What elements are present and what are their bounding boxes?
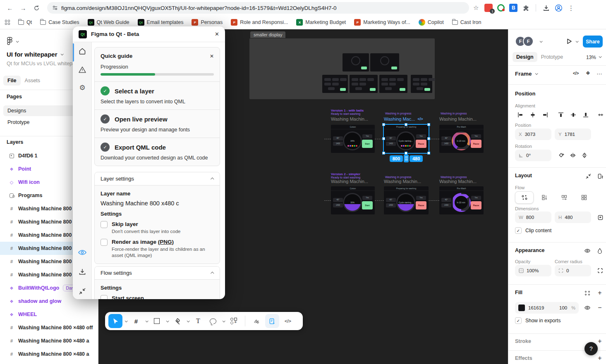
flip-horizontal-icon[interactable] xyxy=(568,150,578,161)
start-screen-checkbox[interactable] xyxy=(101,295,108,299)
dev-mode-toggle[interactable] xyxy=(265,314,279,328)
selection-handle[interactable] xyxy=(427,123,430,126)
selection-handle[interactable] xyxy=(427,152,430,155)
zoom-level[interactable]: 13% xyxy=(586,55,596,60)
selection-handle[interactable] xyxy=(427,137,430,140)
bookmark-personas[interactable]: PPersonas xyxy=(192,19,223,26)
frame-tool-chevron-icon[interactable] xyxy=(144,314,149,328)
bookmark-marketing-budget[interactable]: XMarketing Budget xyxy=(296,19,346,26)
present-icon[interactable] xyxy=(565,38,573,45)
avatar[interactable]: F xyxy=(523,36,534,47)
text-tool[interactable]: T xyxy=(191,314,205,328)
browser-menu-icon[interactable]: ⋮ xyxy=(567,4,575,12)
show-in-exports-row[interactable]: ✓ Show in exports xyxy=(515,317,560,324)
action-button[interactable]: Pause xyxy=(471,140,481,148)
frame-title[interactable]: Washing Machin... xyxy=(331,179,368,184)
selection-handle[interactable] xyxy=(382,137,385,140)
fill-color-row[interactable]: 161619 100 % xyxy=(515,302,579,314)
corner-radius-input[interactable]: 0 xyxy=(555,265,591,276)
flow-grid-button[interactable] xyxy=(575,191,593,204)
collapse-icon[interactable] xyxy=(73,288,92,295)
align-center-vertical-icon[interactable] xyxy=(568,109,579,120)
bookmark-star-icon[interactable]: ☆ xyxy=(473,4,479,12)
layer-item-washing-machine-800-480-off[interactable]: #Washing Machine 800 ×480 off xyxy=(0,321,98,334)
height-input[interactable]: H480 xyxy=(555,212,591,223)
action-button[interactable]: Pause xyxy=(416,140,426,148)
rotate-icon[interactable] xyxy=(556,150,567,161)
action-button[interactable]: Start xyxy=(362,201,373,209)
clip-content-checkbox[interactable]: ✓ xyxy=(515,227,522,234)
frame-tool[interactable]: # xyxy=(129,314,143,328)
actions-tool[interactable] xyxy=(227,314,241,328)
action-button[interactable]: Start xyxy=(362,140,373,148)
render-as-image-checkbox[interactable] xyxy=(101,239,108,246)
flow-horizontal-button[interactable] xyxy=(555,191,573,204)
profile-icon[interactable] xyxy=(554,4,563,12)
dev-code-icon[interactable]: </> xyxy=(573,71,579,76)
extension-red-icon[interactable]: 1 xyxy=(484,4,493,12)
skip-layer-checkbox[interactable] xyxy=(101,221,108,228)
selection-handle[interactable] xyxy=(405,152,407,155)
flip-vertical-icon[interactable] xyxy=(579,150,590,161)
selection-handle[interactable] xyxy=(405,123,407,126)
component-icon[interactable]: ❖ xyxy=(586,70,590,76)
share-button[interactable]: Share xyxy=(583,36,603,48)
rotation-input[interactable]: 0° xyxy=(515,150,551,161)
bookmark-marketing-ways-of[interactable]: PMarketing Ways of... xyxy=(354,19,410,26)
add-fill-icon[interactable]: + xyxy=(594,288,605,298)
frame-title[interactable]: Washing Machin... xyxy=(384,179,421,184)
opacity-input[interactable]: 100% xyxy=(515,265,551,276)
dialog-close-icon[interactable]: ✕ xyxy=(215,31,219,37)
more-options-icon[interactable]: … xyxy=(596,69,602,76)
section-label[interactable]: smaller display xyxy=(250,31,285,38)
add-effect-icon[interactable]: + xyxy=(594,353,605,364)
layer-item-group-20[interactable]: Group 20 xyxy=(0,361,98,364)
layer-item-wheel[interactable]: ❖WHEEL xyxy=(0,308,98,321)
png-link[interactable]: (PNG) xyxy=(158,239,174,245)
gear-icon[interactable]: ⚙ xyxy=(73,83,92,92)
flow-freeform-button[interactable] xyxy=(515,191,534,204)
live-preview-eye-icon[interactable] xyxy=(73,248,92,257)
bookmark-copilot[interactable]: Copilot xyxy=(419,19,444,26)
action-button[interactable]: Pause xyxy=(416,201,426,209)
extension-green-icon[interactable] xyxy=(497,4,505,12)
frame-title[interactable]: Washing Machin... xyxy=(439,117,477,121)
frame-type-chevron-icon[interactable] xyxy=(535,72,538,75)
canvas-frame[interactable]: Pre-Wash40°1400In 20 minYesPause xyxy=(439,186,484,214)
extensions-puzzle-icon[interactable] xyxy=(522,4,530,12)
visibility-eye-icon[interactable] xyxy=(582,245,593,256)
back-button[interactable]: ← xyxy=(4,2,16,14)
rectangle-tool[interactable] xyxy=(150,314,164,328)
canvas-frame[interactable]: Pre-Wash40°1400In 20 minYesPause xyxy=(439,125,484,153)
x-position-input[interactable]: X3073 xyxy=(515,128,551,140)
bookmark-qt-web-guide[interactable]: QtQt Web Guide xyxy=(88,19,129,26)
home-icon[interactable] xyxy=(73,47,92,55)
move-tool[interactable] xyxy=(108,314,122,328)
flow-settings-header[interactable]: Flow settings xyxy=(95,266,220,280)
selection-handle[interactable] xyxy=(382,123,385,126)
draw-tool[interactable] xyxy=(249,314,263,328)
file-title-chevron-icon[interactable] xyxy=(60,52,63,55)
tab-assets[interactable]: Assets xyxy=(21,76,45,86)
help-button[interactable]: ? xyxy=(584,342,598,355)
comment-tool[interactable] xyxy=(206,314,220,328)
frame-title[interactable]: Washing Machin... xyxy=(439,179,477,184)
reload-button[interactable] xyxy=(31,2,42,14)
bookmark-role-and-responsi[interactable]: PRole and Responsi... xyxy=(231,19,288,26)
bookmark-qt[interactable]: Qt xyxy=(18,19,32,25)
align-right-icon[interactable] xyxy=(540,109,551,120)
dev-code-icon[interactable]: </> xyxy=(281,314,295,328)
shape-tool-chevron-icon[interactable] xyxy=(165,314,170,328)
fill-swatch[interactable] xyxy=(518,305,525,311)
section-frame[interactable] xyxy=(249,38,435,99)
warning-icon[interactable] xyxy=(73,66,92,74)
align-top-icon[interactable] xyxy=(556,109,566,120)
pen-tool-chevron-icon[interactable] xyxy=(185,314,190,328)
bookmark-case-studies[interactable]: Case Studies xyxy=(40,19,79,25)
extension-b-icon[interactable]: B xyxy=(509,4,517,12)
quick-guide-close-icon[interactable]: ✕ xyxy=(210,53,214,59)
fill-opacity-value[interactable]: 100 xyxy=(559,305,567,310)
apps-grid-icon[interactable] xyxy=(5,20,10,25)
blend-droplet-icon[interactable] xyxy=(594,245,605,256)
width-input[interactable]: W800 xyxy=(515,212,551,223)
